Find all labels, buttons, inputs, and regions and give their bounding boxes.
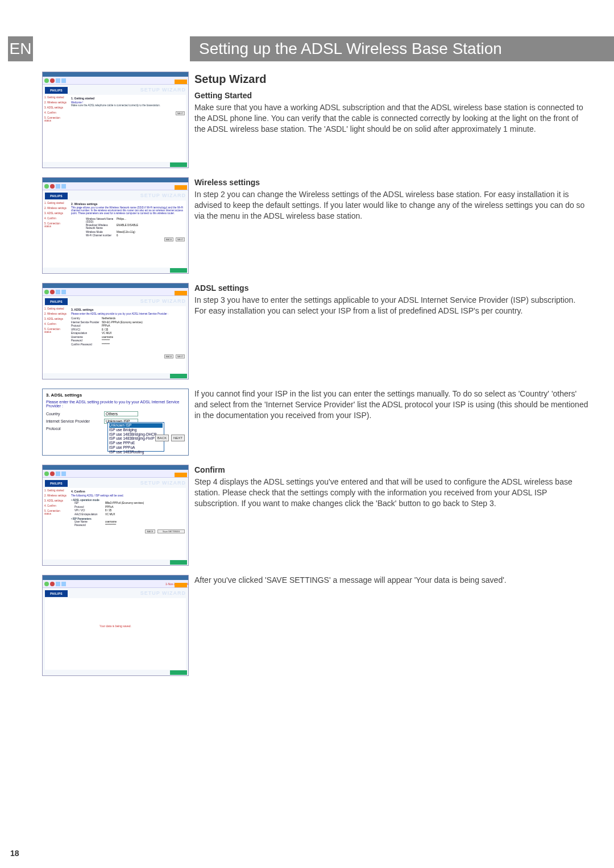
back-button[interactable]: BACK (164, 354, 173, 358)
panel-title: 3. ADSL settings (71, 308, 184, 311)
mode-value: Mixed(11b+11g) (117, 231, 135, 233)
ssid-label: Wireless Network Name (SSID) (86, 218, 117, 223)
conf-k: VPI / VCI (74, 509, 105, 512)
vpivci-value: 8 / 35 (102, 328, 108, 331)
panel-title: 2. Wireless settings (71, 202, 184, 206)
internet-status (170, 162, 187, 167)
broadcast-label: Broadcast Wireless Network Name (86, 224, 117, 229)
step3-heading: ADSL settings (194, 283, 589, 294)
conf-k: User Name (74, 520, 105, 523)
vpivci-label: VPI/VCI (71, 328, 102, 331)
ssid-value: Philips... (117, 218, 126, 223)
screenshot-step4: PHILIPS SETUP WIZARD 1. Getting started … (42, 465, 189, 566)
step2-body: In step 2 you can change the Wireless se… (194, 189, 589, 222)
wizard-watermark: SETUP WIZARD (140, 480, 186, 486)
sidebar-item: 2. Wireless settings (43, 206, 69, 211)
conf-k: Password (74, 524, 105, 527)
internet-status (170, 374, 187, 378)
country-select[interactable]: Others (104, 411, 138, 416)
step1-body: Make sure that you have a working ADSL s… (194, 102, 589, 135)
dropdown-option[interactable]: ISP use Bridging (109, 428, 163, 432)
conf-v: username (105, 520, 117, 523)
panel-step3-others: 3. ADSL settings Please enter the ADSL s… (42, 389, 189, 456)
sidebar-item: 3. ADSL settings (43, 105, 69, 110)
step2-heading: Wireless settings (194, 177, 589, 188)
sidebar-item: 2. Wireless settings (43, 493, 69, 498)
step3b-body: If you cannot find your ISP in the list … (194, 389, 589, 421)
next-button[interactable]: NEXT (176, 111, 185, 115)
sidebar-item: 5. Connection status (43, 508, 69, 516)
dropdown-option[interactable]: ISP use PPPoE (109, 441, 163, 445)
panel-note: Please enter the ADSL setting provide to… (71, 312, 184, 315)
screenshot-step2: PHILIPS SETUP WIZARD 1. Getting started … (42, 177, 189, 274)
step5-body: After you've clicked 'SAVE SETTINGS' a m… (194, 575, 589, 586)
confpass-label: Confirm Password (71, 343, 102, 346)
step1-heading: Getting Started (194, 90, 589, 101)
sidebar-item: 4. Confirm (43, 216, 69, 221)
philips-logo: PHILIPS (45, 193, 68, 199)
conf-v: 8 / 35 (105, 509, 111, 512)
philips-logo: PHILIPS (45, 298, 68, 305)
mode-label: Wireless Mode (86, 231, 117, 233)
sidebar-item: 4. Confirm (43, 503, 69, 508)
user-label: Username (71, 336, 102, 339)
isp-label: Internet Service Provider (46, 419, 104, 423)
sidebar-item: 3. ADSL settings (43, 498, 69, 503)
user-value: username (102, 336, 113, 339)
sidebar-item: 5. Connection status (43, 115, 69, 123)
conf-v: *********** (105, 524, 116, 527)
panel-title: 3. ADSL settings (46, 393, 185, 398)
confpass-value: ******** (102, 343, 110, 346)
step4-body: Step 4 displays the ADSL settings you've… (194, 477, 589, 509)
country-label: Country (71, 317, 102, 320)
dropdown-option[interactable]: ISP use 1483Routing (109, 450, 163, 454)
philips-logo: PHILIPS (45, 590, 68, 597)
sidebar-item: 1. Getting started (43, 95, 69, 100)
page-title: Setting up the ADSL Wireless Base Statio… (190, 36, 614, 61)
dropdown-option[interactable]: ISP use 1483Bridging-DHCP (109, 432, 163, 437)
setup-wizard-heading: Setup Wizard (194, 72, 589, 87)
next-button[interactable]: NEXT (176, 354, 185, 358)
back-button[interactable]: BACK (145, 529, 155, 533)
pass-value: ******** (102, 339, 110, 342)
country-value: Netherlands (102, 317, 115, 320)
conf-k: Protocol (74, 506, 105, 508)
sidebar-item: 2. Wireless settings (43, 311, 69, 316)
save-settings-button[interactable]: Save SETTINGS (157, 529, 185, 533)
sidebar-item: 3. ADSL settings (43, 316, 69, 322)
sidebar-item: 1. Getting started (43, 201, 69, 206)
wizard-watermark: SETUP WIZARD (140, 193, 186, 198)
wizard-watermark: SETUP WIZARD (140, 298, 186, 304)
protocol-label: Protocol (71, 324, 102, 327)
sidebar-item: 5. Connection status (43, 221, 69, 229)
philips-logo: PHILIPS (45, 480, 68, 487)
screenshot-step3: PHILIPS SETUP WIZARD 1. Getting started … (42, 283, 189, 379)
isp-value: SDI-EC-PPPoA (Economy services) (102, 321, 143, 324)
broadcast-opts: ENABLE DISABLE (117, 224, 138, 229)
encap-label: Encapsulation (71, 332, 102, 335)
language-badge: EN (8, 36, 33, 61)
isp-label: Internet Service Provider (71, 321, 102, 324)
sidebar-item: 1. Getting started (43, 488, 69, 493)
screenshot-saving: 1-Nov-2006 14:04 PHILIPS SETUP WIZARD Yo… (42, 575, 189, 676)
channel-label: Wi-Fi Channel number (86, 234, 117, 237)
internet-status (170, 670, 187, 675)
encap-value: VC MUX (102, 332, 112, 335)
dropdown-option[interactable]: ISP use PPPoA (109, 445, 163, 450)
dropdown-option[interactable]: ISP use 1483Bridging-FixIP (109, 436, 163, 441)
panel-note: The following ADSL / ISP settings will b… (71, 494, 184, 497)
dropdown-option[interactable]: Unknown ISP (109, 423, 163, 428)
back-button[interactable]: BACK (155, 435, 169, 441)
sidebar-item: 5. Connection status (43, 327, 69, 335)
protocol-value: PPPoA (102, 324, 110, 327)
back-button[interactable]: BACK (164, 237, 173, 241)
conf-k: ISP (74, 502, 105, 504)
next-button[interactable]: NEXT (171, 435, 185, 441)
sidebar-item: 4. Confirm (43, 110, 69, 115)
next-button[interactable]: NEXT (176, 237, 185, 241)
country-label: Country (46, 412, 104, 416)
conf-k: AAL5 Encapsulation (74, 513, 105, 516)
panel-note: This page allows you to enter the Wirele… (71, 207, 184, 215)
step3-body: In step 3 you have to enter the settings… (194, 295, 589, 316)
sidebar-item: 2. Wireless settings (43, 100, 69, 105)
